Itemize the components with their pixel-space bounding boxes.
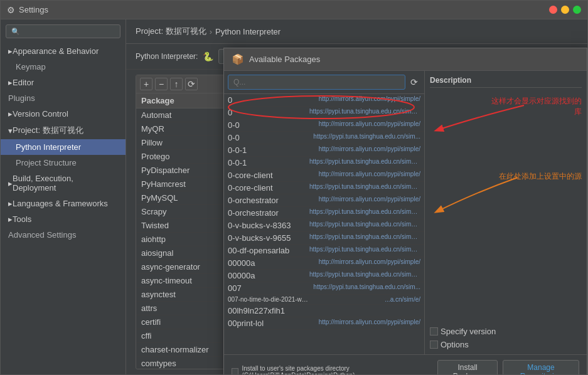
checkbox-icon [430,327,438,335]
breadcrumb-separator: › [210,27,212,36]
python-icon: 🐍 [203,51,213,61]
sidebar-item-languages[interactable]: ▸ Languages & Frameworks [1,196,126,211]
sidebar-item-tools[interactable]: ▸ Tools [1,211,126,227]
options-checkbox[interactable]: Options [430,340,582,349]
package-icon: 📦 [232,53,244,65]
specify-version-checkbox[interactable]: Specify version [430,327,582,336]
manage-repositories-button[interactable]: Manage Repositories [503,360,579,374]
available-packages-modal: 📦 Available Packages ⟳ [223,48,587,374]
footer-buttons: Install Package Manage Repositories [437,360,579,374]
remove-package-button[interactable]: − [155,78,168,90]
list-item[interactable]: 0-v-bucks-v-9655 https://pypi.tuna.tsing… [224,232,424,245]
add-package-button[interactable]: + [140,78,152,90]
expand-arrow-icon: ▸ [8,199,13,208]
sidebar-item-keymap[interactable]: Keymap [1,59,126,75]
package-search-input[interactable] [228,75,405,90]
description-header: Description [430,76,582,88]
list-item[interactable]: 0-core-client https://pypi.tuna.tsinghua… [224,182,424,194]
upgrade-package-button[interactable]: ↑ [170,78,183,90]
breadcrumb: Project: 数据可视化 › Python Interpreter [126,19,587,44]
list-item[interactable]: 0-0 http://mirrors.aliyun.com/pypi/simpl… [224,119,424,132]
sidebar-item-python-interpreter[interactable]: Python Interpreter [1,139,126,155]
sidebar-item-editor[interactable]: ▸ Editor [1,75,126,90]
sidebar-item-appearance[interactable]: ▸ Appearance & Behavior [1,43,126,59]
list-item[interactable]: 00print-lol http://mirrors.aliyun.com/py… [224,317,424,330]
sidebar: ▸ Appearance & Behavior Keymap ▸ Editor … [1,19,126,374]
interpreter-label: Python Interpreter: [136,52,198,61]
list-item[interactable]: 0-0 https://pypi.tuna.tsinghua.edu.cn/si… [224,132,424,144]
expand-arrow-icon: ▸ [8,109,13,119]
sidebar-item-advanced-settings[interactable]: Advanced Settings [1,227,126,243]
window-title: Settings [19,5,48,14]
refresh-packages-button[interactable]: ⟳ [185,78,198,90]
sidebar-item-plugins[interactable]: Plugins [1,90,126,106]
list-item[interactable]: 00000a https://pypi.tuna.tsinghua.edu.cn… [224,270,424,282]
modal-body: ⟳ 0 http://mirrors.aliyun.com/pypi/simpl… [224,71,587,354]
install-package-button[interactable]: Install Package [437,360,498,374]
list-item[interactable]: 007-no-time-to-die-2021-watch-full-onlin… [224,295,424,305]
settings-icon: ⚙ [7,5,15,15]
sidebar-item-build-execution[interactable]: ▸ Build, Execution, Deployment [1,171,126,196]
expand-arrow-icon: ▸ [8,214,13,224]
package-list-panel: ⟳ 0 http://mirrors.aliyun.com/pypi/simpl… [224,71,425,354]
available-packages-table: 0 http://mirrors.aliyun.com/pypi/simple/… [224,94,424,354]
checkbox-icon [430,341,438,349]
minimize-button[interactable] [561,6,569,14]
package-search-row: ⟳ [224,71,424,94]
checkbox-icon [232,368,238,375]
breadcrumb-page: Python Interpreter [215,27,281,36]
sidebar-search[interactable] [6,24,120,38]
list-item[interactable]: 0 https://pypi.tuna.tsinghua.edu.cn/simp… [224,107,424,119]
maximize-button[interactable] [573,6,581,14]
list-item[interactable]: 0-orchestrator https://pypi.tuna.tsinghu… [224,207,424,219]
list-item[interactable]: 0-0-1 http://mirrors.aliyun.com/pypi/sim… [224,144,424,157]
refresh-button[interactable]: ⟳ [408,76,420,88]
expand-arrow-icon: ▸ [8,78,13,87]
list-item[interactable]: 0-core-client http://mirrors.aliyun.com/… [224,169,424,182]
modal-header: 📦 Available Packages [224,48,587,71]
list-item[interactable]: 00lh9ln227xfih1 [224,305,424,317]
window-controls [549,6,581,14]
list-item[interactable]: 00000a http://mirrors.aliyun.com/pypi/si… [224,257,424,270]
install-to-user-checkbox[interactable]: Install to user's site packages director… [232,365,432,374]
sidebar-item-project[interactable]: ▾ Project: 数据可视化 [1,122,126,139]
list-item[interactable]: 0-orchestrator http://mirrors.aliyun.com… [224,194,424,207]
expand-arrow-icon: ▸ [8,179,13,188]
list-item[interactable]: 0-0-1 https://pypi.tuna.tsinghua.edu.cn/… [224,157,424,169]
expand-arrow-icon: ▸ [8,46,13,56]
description-panel: Description 这样才会显示 [425,71,587,354]
expand-arrow-icon: ▾ [8,126,13,135]
sidebar-item-project-structure[interactable]: Project Structure [1,155,126,171]
title-bar: ⚙ Settings [1,1,587,19]
annotation-text-2: 在此处添加上设置中的源 [484,171,582,182]
modal-title: Available Packages [249,55,320,64]
close-button[interactable] [549,6,557,14]
sidebar-item-version-control[interactable]: ▸ Version Control [1,106,126,122]
list-item[interactable]: 00-df-opensarlab https://pypi.tuna.tsing… [224,245,424,257]
list-item[interactable]: 0-v-bucks-v-8363 https://pypi.tuna.tsing… [224,219,424,232]
list-item[interactable]: 0 http://mirrors.aliyun.com/pypi/simple/ [224,94,424,107]
list-item[interactable]: 007 https://pypi.tuna.tsinghua.edu.cn/si… [224,282,424,295]
modal-footer: Install to user's site packages director… [224,354,587,374]
breadcrumb-project: Project: 数据可视化 [136,26,206,37]
annotation-text-1: 这样才会显示对应源找到的库 [484,96,582,117]
